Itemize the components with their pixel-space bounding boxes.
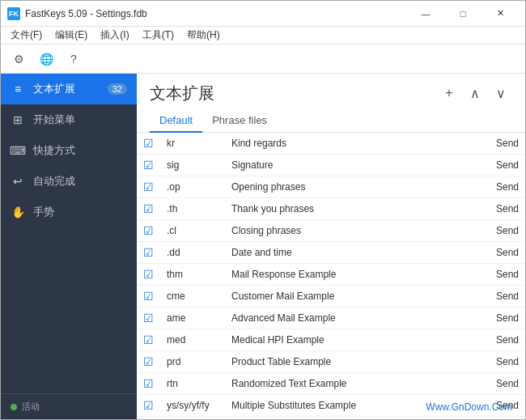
table-row[interactable]: ☑ .op Opening phrases Send <box>137 176 525 198</box>
row-description: Date and time <box>225 242 485 264</box>
tab-default[interactable]: Default <box>150 109 202 133</box>
table-row[interactable]: ☑ .th Thank you phrases Send <box>137 198 525 220</box>
autocomplete-icon: ↩ <box>11 174 25 189</box>
content-area: 文本扩展 + ∧ ∨ Default Phrase files ☑ <box>137 74 525 419</box>
text-expand-badge: 32 <box>108 83 127 95</box>
row-code: cme <box>160 286 225 308</box>
row-action: Send <box>485 176 525 198</box>
row-action: Send <box>485 417 525 420</box>
row-description: Medical HPI Example <box>225 329 485 351</box>
row-action: Send <box>485 264 525 286</box>
menu-file[interactable]: 文件(F) <box>4 27 49 44</box>
row-checkbox[interactable]: ☑ <box>137 351 160 373</box>
row-description: Customer Mail Example <box>225 286 485 308</box>
table-row[interactable]: ☑ thm Mail Response Example Send <box>137 264 525 286</box>
sidebar-label-gestures: 手势 <box>33 205 54 219</box>
row-checkbox[interactable]: ☑ <box>137 286 160 308</box>
row-checkbox[interactable]: ☑ <box>137 155 160 176</box>
settings-icon[interactable]: ⚙ <box>7 48 30 70</box>
add-button[interactable]: + <box>438 82 460 104</box>
menu-bar: 文件(F) 编辑(E) 插入(I) 工具(T) 帮助(H) <box>1 27 525 45</box>
row-action: Send <box>485 133 525 155</box>
row-description: Product Table Example <box>225 351 485 373</box>
sidebar-label-text-expand: 文本扩展 <box>33 82 75 96</box>
sidebar-label-autocomplete: 自动完成 <box>33 174 75 189</box>
globe-icon[interactable]: 🌐 <box>35 48 57 70</box>
table-row[interactable]: ☑ prd Product Table Example Send <box>137 351 525 373</box>
main-layout: ≡ 文本扩展 32 ⊞ 开始菜单 ⌨ 快捷方式 ↩ 自动完成 ✋ 手势 <box>1 74 525 419</box>
row-checkbox[interactable]: ☑ <box>137 264 160 286</box>
row-action: Send <box>485 351 525 373</box>
table-row[interactable]: ☑ rtn Randomized Text Example Send <box>137 373 525 395</box>
row-code: prd <box>160 351 225 373</box>
row-code: kr <box>160 133 225 155</box>
gestures-icon: ✋ <box>11 205 25 219</box>
row-code: ame <box>160 308 225 329</box>
start-menu-icon: ⊞ <box>11 112 25 127</box>
table-container: ☑ kr Kind regards Send ☑ sig Signature S… <box>137 133 525 419</box>
main-window: FK FastKeys 5.09 - Settings.fdb — □ ✕ 文件… <box>0 0 526 420</box>
row-checkbox[interactable]: ☑ <box>137 308 160 329</box>
sidebar-item-text-expand[interactable]: ≡ 文本扩展 32 <box>1 74 137 104</box>
toolbar: ⚙ 🌐 ? <box>1 45 525 74</box>
sidebar-item-start-menu[interactable]: ⊞ 开始菜单 <box>1 104 137 135</box>
maximize-button[interactable]: □ <box>444 1 481 27</box>
row-checkbox[interactable]: ☑ <box>137 373 160 395</box>
sidebar-item-autocomplete[interactable]: ↩ 自动完成 <box>1 166 137 197</box>
move-down-button[interactable]: ∨ <box>490 82 512 104</box>
menu-tools[interactable]: 工具(T) <box>136 27 180 44</box>
tab-phrase-files[interactable]: Phrase files <box>202 109 277 133</box>
sidebar-item-shortcuts[interactable]: ⌨ 快捷方式 <box>1 135 137 166</box>
row-checkbox[interactable]: ☑ <box>137 198 160 220</box>
table-row[interactable]: ☑ sig Signature Send <box>137 155 525 176</box>
row-checkbox[interactable]: ☑ <box>137 395 160 417</box>
row-code: ct <box>160 417 225 420</box>
table-row[interactable]: ☑ kr Kind regards Send <box>137 133 525 155</box>
move-up-button[interactable]: ∧ <box>464 82 486 104</box>
row-checkbox[interactable]: ☑ <box>137 133 160 155</box>
row-checkbox[interactable]: ☑ <box>137 417 160 420</box>
menu-help[interactable]: 帮助(H) <box>180 27 227 44</box>
row-code: .th <box>160 198 225 220</box>
table-row[interactable]: ☑ .dd Date and time Send <box>137 242 525 264</box>
title-bar: FK FastKeys 5.09 - Settings.fdb — □ ✕ <box>1 1 525 27</box>
row-code: thm <box>160 264 225 286</box>
table-row[interactable]: ☑ med Medical HPI Example Send <box>137 329 525 351</box>
menu-insert[interactable]: 插入(I) <box>94 27 135 44</box>
row-action: Send <box>485 242 525 264</box>
row-code: sig <box>160 155 225 176</box>
row-description: Thank you phrases <box>225 198 485 220</box>
row-description: Signature <box>225 155 485 176</box>
window-title: FastKeys 5.09 - Settings.fdb <box>25 8 407 19</box>
table-row[interactable]: ☑ cme Customer Mail Example Send <box>137 286 525 308</box>
row-code: .cl <box>160 220 225 242</box>
row-description: Kind regards <box>225 133 485 155</box>
help-icon[interactable]: ? <box>62 48 85 70</box>
sidebar-item-gestures[interactable]: ✋ 手势 <box>1 197 137 227</box>
row-description: Current time <box>225 417 485 420</box>
row-checkbox[interactable]: ☑ <box>137 220 160 242</box>
row-description: Opening phrases <box>225 176 485 198</box>
shortcuts-icon: ⌨ <box>11 143 25 158</box>
table-row[interactable]: ☑ ame Advanced Mail Example Send <box>137 308 525 329</box>
row-action: Send <box>485 198 525 220</box>
row-description: Closing phrases <box>225 220 485 242</box>
close-button[interactable]: ✕ <box>481 1 519 27</box>
sidebar: ≡ 文本扩展 32 ⊞ 开始菜单 ⌨ 快捷方式 ↩ 自动完成 ✋ 手势 <box>1 74 137 419</box>
row-action: Send <box>485 286 525 308</box>
row-action: Send <box>485 155 525 176</box>
tab-bar: Default Phrase files <box>137 104 525 133</box>
table-row[interactable]: ☑ ct Current time Send <box>137 417 525 420</box>
row-checkbox[interactable]: ☑ <box>137 242 160 264</box>
row-action: Send <box>485 329 525 351</box>
sidebar-footer: 活动 <box>1 393 137 419</box>
row-checkbox[interactable]: ☑ <box>137 176 160 198</box>
window-controls: — □ ✕ <box>407 1 519 27</box>
content-actions: + ∧ ∨ <box>438 82 512 104</box>
sidebar-label-start-menu: 开始菜单 <box>33 112 75 127</box>
table-row[interactable]: ☑ .cl Closing phrases Send <box>137 220 525 242</box>
content-header: 文本扩展 + ∧ ∨ <box>137 74 525 104</box>
menu-edit[interactable]: 编辑(E) <box>49 27 94 44</box>
minimize-button[interactable]: — <box>407 1 444 27</box>
row-checkbox[interactable]: ☑ <box>137 329 160 351</box>
